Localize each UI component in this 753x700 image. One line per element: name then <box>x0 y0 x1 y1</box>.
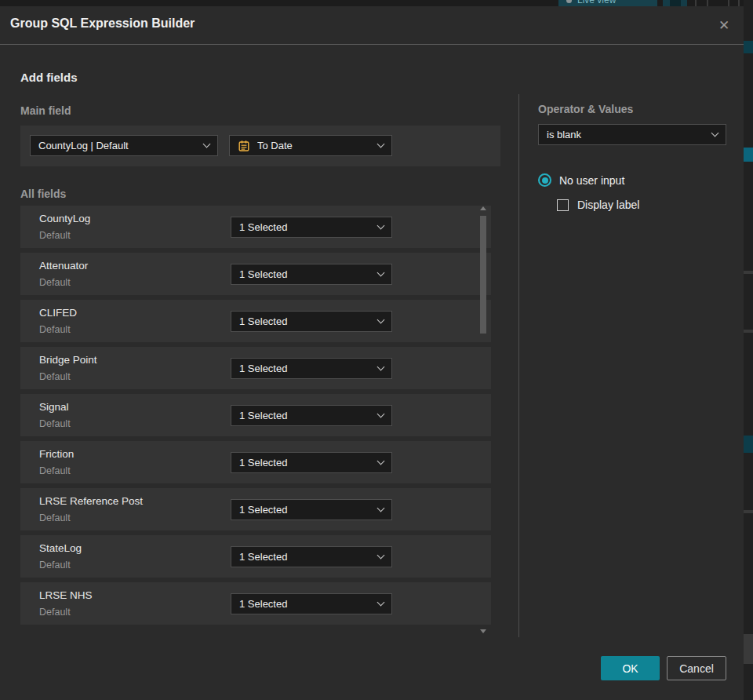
ok-button[interactable]: OK <box>601 656 660 680</box>
field-selection-select[interactable]: 1 Selected <box>231 452 392 473</box>
panel-fragment <box>744 271 753 274</box>
operator-values-heading: Operator & Values <box>538 103 633 115</box>
field-name: CLIFED <box>39 307 77 319</box>
field-name: Friction <box>39 448 74 460</box>
chevron-down-icon <box>377 599 385 607</box>
field-selection-select[interactable]: 1 Selected <box>231 405 392 426</box>
panel-fragment <box>744 41 753 53</box>
field-subtitle: Default <box>39 465 71 476</box>
field-selection-select[interactable]: 1 Selected <box>231 264 392 285</box>
no-user-input-label: No user input <box>559 174 624 187</box>
main-field-value-select-value: To Date <box>257 140 378 151</box>
no-user-input-radio[interactable] <box>538 173 551 187</box>
scrollbar-thumb[interactable] <box>480 216 486 334</box>
dialog-title: Group SQL Expression Builder <box>10 16 195 31</box>
field-row: StateLog Default 1 Selected <box>20 535 491 578</box>
chevron-down-icon <box>377 363 385 371</box>
field-name: StateLog <box>39 542 82 554</box>
close-icon[interactable]: ✕ <box>714 15 734 35</box>
field-name: LRSE Reference Post <box>39 495 143 507</box>
all-fields-label: All fields <box>20 188 66 200</box>
chevron-down-icon <box>377 505 385 512</box>
no-user-input-option: No user input <box>538 173 624 187</box>
panel-fragment <box>744 510 753 513</box>
field-selection-value: 1 Selected <box>239 363 378 374</box>
toolbar-fragment <box>695 0 697 6</box>
chevron-down-icon <box>377 222 385 230</box>
field-row: LRSE Reference Post Default 1 Selected <box>20 488 491 530</box>
field-row: Friction Default 1 Selected <box>20 441 491 483</box>
field-selection-select[interactable]: 1 Selected <box>231 358 392 379</box>
calendar-icon <box>238 140 250 152</box>
scroll-up-icon[interactable] <box>480 206 486 210</box>
field-row: Attenuator Default 1 Selected <box>20 253 491 295</box>
field-selection-select[interactable]: 1 Selected <box>231 546 392 567</box>
field-row: LRSE NHS Default 1 Selected <box>20 582 491 625</box>
field-row: Bridge Point Default 1 Selected <box>20 347 491 389</box>
field-subtitle: Default <box>39 418 71 429</box>
field-selection-value: 1 Selected <box>239 457 378 468</box>
toolbar-fragment <box>707 0 708 6</box>
field-name: Attenuator <box>39 260 88 272</box>
toolbar-fragment <box>663 0 670 6</box>
field-subtitle: Default <box>39 324 71 335</box>
panel-fragment <box>744 330 753 333</box>
toolbar-fragment <box>728 0 729 6</box>
background-right-panel <box>744 0 753 700</box>
field-row: CountyLog Default 1 Selected <box>20 206 491 248</box>
field-name: CountyLog <box>39 213 90 224</box>
field-subtitle: Default <box>39 277 71 288</box>
field-selection-value: 1 Selected <box>239 221 378 233</box>
toolbar-fragment <box>670 0 681 6</box>
chevron-down-icon <box>377 458 385 465</box>
main-field-value-select[interactable]: To Date <box>229 135 392 156</box>
main-field-select[interactable]: CountyLog | Default <box>30 135 218 156</box>
chevron-down-icon <box>377 552 385 560</box>
field-selection-select[interactable]: 1 Selected <box>231 593 392 614</box>
add-fields-heading: Add fields <box>20 71 78 84</box>
field-row: CLIFED Default 1 Selected <box>20 300 491 342</box>
field-selection-select[interactable]: 1 Selected <box>231 311 392 332</box>
display-label-checkbox[interactable] <box>557 199 569 211</box>
chevron-down-icon <box>203 140 211 148</box>
field-selection-select[interactable]: 1 Selected <box>231 499 392 520</box>
live-view-dot-icon <box>566 0 572 3</box>
panel-fragment <box>744 436 753 453</box>
field-subtitle: Default <box>39 560 71 571</box>
cancel-button[interactable]: Cancel <box>667 656 726 680</box>
chevron-down-icon <box>377 140 385 148</box>
field-selection-value: 1 Selected <box>239 551 378 563</box>
display-label-label: Display label <box>577 199 639 211</box>
field-subtitle: Default <box>39 607 71 618</box>
field-selection-select[interactable]: 1 Selected <box>231 217 392 238</box>
radio-dot <box>542 177 548 184</box>
screen: Live view Group SQL Expression Builder ✕… <box>0 0 753 700</box>
operator-select[interactable]: is blank <box>538 124 726 145</box>
field-subtitle: Default <box>39 371 71 382</box>
chevron-down-icon <box>711 129 719 137</box>
chevron-down-icon <box>377 269 385 277</box>
display-label-option: Display label <box>557 199 639 211</box>
toolbar-fragment <box>681 0 687 6</box>
field-row: Signal Default 1 Selected <box>20 394 491 436</box>
field-name: LRSE NHS <box>39 589 93 601</box>
field-name: Bridge Point <box>39 354 97 366</box>
list-scrollbar[interactable] <box>479 206 487 634</box>
background-topbar: Live view <box>0 0 753 6</box>
panel-fragment <box>744 148 753 162</box>
main-field-select-value: CountyLog | Default <box>38 140 204 151</box>
field-selection-value: 1 Selected <box>239 410 378 421</box>
live-view-button[interactable]: Live view <box>558 0 657 6</box>
main-field-label: Main field <box>20 104 71 117</box>
dialog-header: Group SQL Expression Builder ✕ <box>0 6 744 45</box>
field-selection-value: 1 Selected <box>239 315 378 327</box>
live-view-label: Live view <box>577 0 616 5</box>
operator-select-value: is blank <box>547 129 712 140</box>
chevron-down-icon <box>377 410 385 418</box>
field-selection-value: 1 Selected <box>239 268 378 280</box>
panel-divider <box>518 94 519 637</box>
toolbar-fragment <box>738 0 740 6</box>
panel-fragment <box>744 634 753 664</box>
group-sql-expression-builder-dialog: Group SQL Expression Builder ✕ Add field… <box>0 6 744 700</box>
scroll-down-icon[interactable] <box>480 629 486 633</box>
